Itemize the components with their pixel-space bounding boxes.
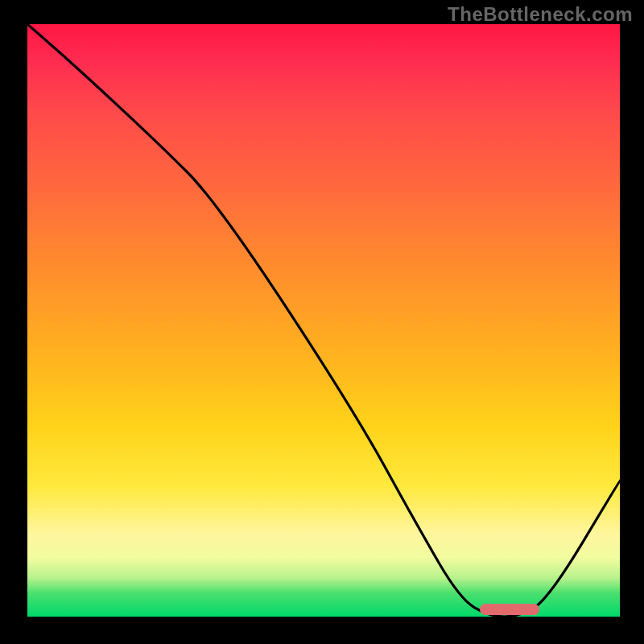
curve-svg xyxy=(27,24,620,617)
bottleneck-curve-path xyxy=(27,24,620,617)
chart-frame: TheBottleneck.com xyxy=(0,0,644,644)
plot-area xyxy=(24,24,620,620)
watermark-text: TheBottleneck.com xyxy=(448,3,633,26)
optimal-range-marker xyxy=(480,604,539,615)
